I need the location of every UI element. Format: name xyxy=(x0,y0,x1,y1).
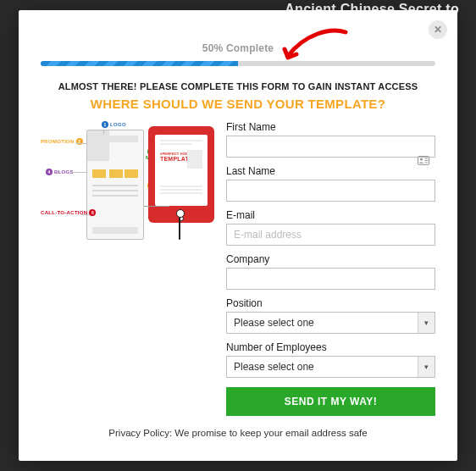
position-selected-value: Please select one xyxy=(234,317,314,329)
subheading-access: ALMOST THERE! PLEASE COMPLETE THIS FORM … xyxy=(36,81,440,91)
chevron-down-icon: ▾ xyxy=(418,313,434,333)
employees-label: Number of Employees xyxy=(226,341,435,353)
position-label: Position xyxy=(226,297,435,309)
lead-capture-modal: ✕ 50% Complete ALMOST THERE! PLEASE COMP… xyxy=(19,10,457,461)
progress-label: 50% Complete xyxy=(41,42,435,54)
first-name-input[interactable] xyxy=(226,136,435,158)
template-illustration: 1LOGO PROMOTION2 3LEAD MAGNET 4BLOGS 5RE… xyxy=(41,121,214,257)
company-input[interactable] xyxy=(226,268,435,290)
tag-blogs: 4BLOGS xyxy=(44,169,74,175)
chevron-down-icon: ▾ xyxy=(418,357,434,377)
wireframe-icon xyxy=(86,130,144,240)
company-label: Company xyxy=(226,253,435,265)
last-name-label: Last Name xyxy=(226,165,435,177)
close-icon[interactable]: ✕ xyxy=(429,20,447,39)
privacy-note: Privacy Policy: We promise to keep your … xyxy=(19,428,457,438)
progress-fill xyxy=(41,61,238,66)
subheading-where: WHERE SHOULD WE SEND YOUR TEMPLATE? xyxy=(36,97,440,111)
submit-button[interactable]: SEND IT MY WAY! xyxy=(226,387,435,416)
employees-select[interactable]: Please select one ▾ xyxy=(226,356,435,378)
progress-section: 50% Complete xyxy=(41,42,435,66)
progress-bar xyxy=(41,61,435,66)
email-label: E-mail xyxy=(226,209,435,221)
tag-logo: 1LOGO xyxy=(100,121,126,128)
employees-selected-value: Please select one xyxy=(234,361,314,373)
first-name-label: First Name xyxy=(226,121,435,133)
last-name-input[interactable] xyxy=(226,180,435,202)
position-select[interactable]: Please select one ▾ xyxy=(226,312,435,334)
email-input[interactable] xyxy=(226,224,435,246)
lead-form: First Name Last Name E-mail Company Posi… xyxy=(226,121,435,416)
tablet-mockup-icon: #PERFECT HOMEPAGE TEMPLATE xyxy=(148,126,214,223)
stylus-icon xyxy=(179,214,180,240)
